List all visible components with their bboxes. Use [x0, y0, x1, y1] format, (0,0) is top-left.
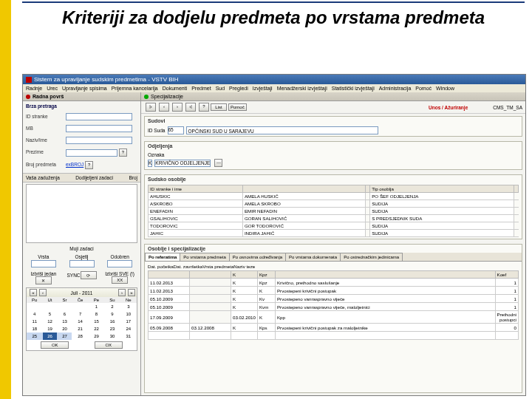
- input-odobren[interactable]: [107, 260, 132, 267]
- table-row: 05.10.2009KKvmPrvostepeno vanraspravno v…: [149, 303, 519, 311]
- input-odj-oznaka[interactable]: K: [148, 160, 152, 167]
- input-court-name[interactable]: OPĆINSKI SUD U SARAJEVU: [186, 126, 378, 134]
- menu-administracija[interactable]: Administracija: [379, 86, 412, 91]
- table-row: ASKROBOAMELA SKROBOSUDIJA: [149, 200, 519, 208]
- lbl-naziv: Naziv/Ime: [26, 137, 66, 143]
- btn-delete-one[interactable]: ✕: [35, 276, 52, 284]
- nav-prev[interactable]: ‹: [159, 103, 169, 112]
- btn-delete-all[interactable]: XX: [112, 276, 128, 284]
- tasks-list[interactable]: [26, 184, 137, 243]
- spec-tabs[interactable]: Po referatima Po vrstama predmeta Po osn…: [145, 253, 522, 262]
- menu-menadzerski[interactable]: Menadžerski izvještaji: [277, 86, 327, 91]
- page-title: Kriteriji za dodjelu predmeta po vrstama…: [22, 7, 525, 28]
- menu-izvjestaji[interactable]: Izvještaji: [253, 86, 273, 91]
- tab-po-osnovima[interactable]: Po osnovima određivanja: [229, 253, 286, 261]
- tab-po-vrstama-dokumenata[interactable]: Po vrstama dokumenata: [285, 253, 341, 261]
- tab-po-referatima[interactable]: Po referatima: [145, 253, 180, 261]
- nav-next[interactable]: ›: [172, 103, 183, 112]
- btn-cancel[interactable]: OX: [95, 341, 123, 349]
- menu-pregledi[interactable]: Pregledi: [229, 86, 248, 91]
- menu-urec[interactable]: Urec: [47, 86, 58, 91]
- table-row: TODOROVICGOR TODOROVIĆSUDIJA: [149, 222, 519, 230]
- input-odj-name[interactable]: KRIVIČNO ODJELJENJE: [154, 160, 211, 167]
- table-row: 05.09.200803.12.2008KKpsPrvostepeni kriv…: [149, 324, 519, 332]
- red-dot-icon: [26, 95, 30, 99]
- menu-radnje[interactable]: Radnje: [26, 86, 42, 91]
- btn-ok[interactable]: OK: [41, 341, 69, 349]
- lbl-sync: SYNC: [66, 273, 80, 278]
- input-prezime[interactable]: [66, 149, 117, 157]
- odj-lookup[interactable]: ⋯: [214, 159, 222, 167]
- nav-search[interactable]: ?: [199, 103, 209, 112]
- record-toolbar: |‹ ‹ › ›| ? List Pomoć Unos / Ažuriranje…: [141, 101, 525, 114]
- menu-window[interactable]: Window: [436, 86, 454, 91]
- btn-list[interactable]: List: [211, 103, 227, 111]
- input-vrsta[interactable]: [31, 260, 56, 267]
- tasks-header: Vaša zaduženja Dodijeljeni zadaci Broj: [23, 173, 140, 183]
- menu-pomoc[interactable]: Pomoć: [415, 86, 432, 91]
- lbl-broj-predmeta: Broj predmeta: [26, 162, 66, 167]
- lbl-izbrisi-jedan: Izbriši jedan: [30, 271, 56, 276]
- lbl-dat-pocetka: Dat. početkaDat. završetkaVrsta predmeta…: [148, 264, 255, 269]
- input-court-id[interactable]: 65: [168, 126, 184, 134]
- search-button-2[interactable]: ?: [85, 161, 93, 169]
- code-label: CMS_TM_SA: [493, 105, 522, 110]
- table-row: 11.02.2013KKpzKrivično, prethodno sasluš…: [149, 279, 519, 287]
- table-row: 05.10.2009KKvPrvostepeno vanraspravno vi…: [149, 295, 519, 303]
- left-pane: Radna površ Brza pretraga ID stranke MB …: [23, 92, 141, 395]
- status-text: Unos / Ažuriranje: [429, 105, 468, 110]
- cal-next-year[interactable]: »: [128, 289, 135, 296]
- right-pane-header: Specijalizacije: [141, 92, 525, 101]
- spec-table[interactable]: K Kpz Koef 11.02.2013KKpzKrivično, preth…: [148, 270, 519, 340]
- cal-prev-year[interactable]: «: [30, 289, 37, 296]
- table-row: ENEFADINEMIR NEFADINSUDIJA: [149, 208, 519, 215]
- btn-sync[interactable]: ⟳: [81, 271, 97, 279]
- section-odjeljenja: Odjeljenja Oznaka K KRIVIČNO ODJELJENJE …: [144, 141, 522, 170]
- section-osoblje: Sudsko osoblje ID stranke i ime Tip osob…: [144, 174, 522, 239]
- lbl-id-suda: ID Suda: [148, 128, 166, 133]
- quick-search-label: Brza pretraga: [23, 101, 140, 111]
- section-specijalizacije: Osoblje i specijalizacije Po referatima …: [144, 244, 522, 393]
- table-row: 17.09.200903.02.2010KKppPrethodni postup…: [149, 311, 519, 324]
- btn-pomoc[interactable]: Pomoć: [228, 103, 247, 111]
- right-pane: Specijalizacije |‹ ‹ › ›| ? List Pomoć U…: [141, 92, 525, 395]
- left-pane-header: Radna površ: [23, 92, 140, 101]
- app-window: Sistem za upravljanje sudskim predmetima…: [22, 74, 526, 396]
- nav-last[interactable]: ›|: [185, 103, 196, 112]
- green-dot-icon: [144, 95, 149, 99]
- input-osjetlj[interactable]: [69, 260, 95, 267]
- nav-first[interactable]: |‹: [146, 103, 156, 112]
- window-titlebar: Sistem za upravljanje sudskim predmetima…: [23, 75, 525, 84]
- lbl-mb: MB: [26, 126, 66, 131]
- table-row: AHUSKICAMELA HUSKIĆPO ŠEF ODJELJENJA: [149, 193, 519, 200]
- lbl-odobren: Odobren: [111, 254, 129, 259]
- app-icon: [26, 77, 32, 83]
- staff-table[interactable]: ID stranke i ime Tip osoblja AHUSKICAMEL…: [148, 185, 519, 237]
- lbl-oznaka: Oznaka: [148, 152, 164, 157]
- menu-dokumenti[interactable]: Dokumenti: [163, 86, 187, 91]
- table-row: 11.02.2013KKPrvostepeni krivični postupa…: [149, 287, 519, 295]
- section-sudovi: Sudovi ID Suda 65 OPĆINSKI SUD U SARAJEV…: [144, 116, 522, 137]
- input-id-stranke[interactable]: [66, 113, 132, 120]
- search-button[interactable]: ?: [119, 149, 127, 157]
- menu-prijemna-kancelarija[interactable]: Prijemna kancelarija: [112, 86, 158, 91]
- table-row: GSALIHOVICGORAN SALIHOVIĆS PREDSJEDNIK S…: [149, 215, 519, 222]
- tab-po-vrstama-predmeta[interactable]: Po vrstama predmeta: [180, 253, 229, 261]
- menu-predmet[interactable]: Predmet: [191, 86, 211, 91]
- calendar[interactable]: «‹ Juli - 2011 ›» PoUtSrČePeSuNe 123 456…: [26, 287, 137, 351]
- cal-next-month[interactable]: ›: [118, 289, 126, 296]
- menu-sud[interactable]: Sud: [216, 86, 225, 91]
- table-row: [149, 332, 519, 340]
- lbl-vrsta: Vrsta: [38, 254, 49, 259]
- cal-prev-month[interactable]: ‹: [39, 289, 47, 296]
- link-broj-predmeta[interactable]: exBROJ: [66, 162, 83, 167]
- lbl-id-stranke: ID stranke: [26, 114, 66, 119]
- input-naziv[interactable]: [66, 137, 132, 144]
- input-mb[interactable]: [66, 125, 132, 132]
- tab-ostredna[interactable]: Po ostrednačkim jedinicama: [340, 253, 403, 261]
- lbl-izbrisi-sve: Izbriši SVE (!): [105, 271, 134, 276]
- menu-statisticki[interactable]: Statistički izvještaji: [332, 86, 375, 91]
- lbl-prezime: Prezime: [26, 149, 66, 154]
- menu-upravljanje-spisima[interactable]: Upravljanje spisima: [62, 86, 107, 91]
- cal-month-label: Juli - 2011: [71, 290, 93, 296]
